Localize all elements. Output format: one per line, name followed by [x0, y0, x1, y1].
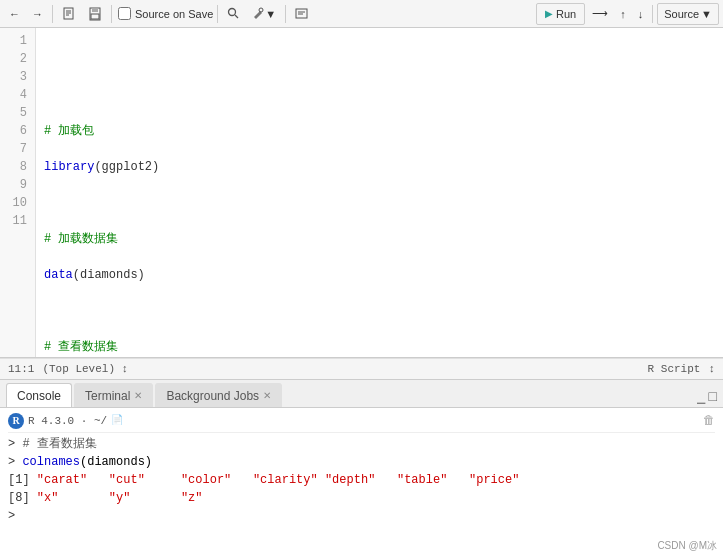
compile-button[interactable] [290, 3, 313, 25]
tab-console-label: Console [17, 389, 61, 403]
separator-2 [111, 5, 112, 23]
new-file-button[interactable] [57, 3, 81, 25]
toolbar: ← → Source on Save ▼ [0, 0, 723, 28]
prompt-2: > [8, 455, 22, 469]
run-button[interactable]: ▶ Run [536, 3, 585, 25]
result-carat: "carat" [37, 473, 87, 487]
comment-3: # 查看数据集 [44, 340, 118, 354]
comment-2: # 加载数据集 [44, 232, 118, 246]
tab-terminal-label: Terminal [85, 389, 130, 403]
console-content[interactable]: R R 4.3.0 · ~/ 📄 🗑 > # 查看数据集 > colnames(… [0, 408, 723, 557]
tools-button[interactable]: ▼ [247, 3, 281, 25]
watermark: CSDN @M冰 [657, 539, 717, 553]
console-cmd-1: colnames [22, 455, 80, 469]
separator-5 [652, 5, 653, 23]
prompt-1: > [8, 437, 22, 451]
up-button[interactable]: ↑ [615, 3, 631, 25]
result-sp8 [130, 491, 180, 505]
r-path-icon: 📄 [111, 412, 123, 430]
svg-rect-6 [91, 14, 99, 19]
svg-point-9 [259, 8, 263, 12]
back-button[interactable]: ← [4, 3, 25, 25]
source-on-save-checkbox[interactable] [118, 7, 131, 20]
tab-bg-jobs-label: Background Jobs [166, 389, 259, 403]
console-result-1: [1] [8, 473, 37, 487]
line-num: 7 [8, 140, 27, 158]
terminal-close-icon[interactable]: ✕ [134, 390, 142, 401]
console-line-5: > [8, 507, 715, 525]
svg-rect-5 [92, 8, 98, 12]
result-z: "z" [181, 491, 203, 505]
result-depth: "depth" [325, 473, 375, 487]
compile-icon [295, 7, 308, 20]
paren-1: (ggplot2) [94, 160, 159, 174]
code-line-8 [44, 302, 715, 320]
code-line-3: # 加载包 [44, 122, 715, 140]
script-type-arrow: ↕ [708, 363, 715, 375]
result-color: "color" [181, 473, 231, 487]
result-clarity: "clarity" [253, 473, 318, 487]
line-num: 4 [8, 86, 27, 104]
result-x: "x" [37, 491, 59, 505]
console-header: R R 4.3.0 · ~/ 📄 🗑 [8, 412, 715, 433]
paren-2: (diamonds) [73, 268, 145, 282]
code-editor[interactable]: # 加载包 library(ggplot2) # 加载数据集 data(diam… [36, 28, 723, 357]
find-button[interactable] [222, 3, 245, 25]
minimize-icon[interactable]: ⎯ [697, 389, 705, 405]
separator-3 [217, 5, 218, 23]
down-button[interactable]: ↓ [633, 3, 649, 25]
result-sp3 [231, 473, 253, 487]
tab-console[interactable]: Console [6, 383, 72, 407]
console-clear-icon[interactable]: 🗑 [703, 412, 715, 430]
result-price: "price" [469, 473, 519, 487]
source-dropdown-icon: ▼ [701, 8, 712, 20]
func-library: library [44, 160, 94, 174]
result-y: "y" [109, 491, 131, 505]
top-level: (Top Level) ↕ [42, 363, 128, 375]
line-num: 2 [8, 50, 27, 68]
forward-button[interactable]: → [27, 3, 48, 25]
func-data: data [44, 268, 73, 282]
source-on-save-label: Source on Save [135, 8, 213, 20]
code-line-1 [44, 50, 715, 68]
result-table: "table" [397, 473, 447, 487]
console-cmd-paren: (diamonds) [80, 455, 152, 469]
code-line-4: library(ggplot2) [44, 158, 715, 176]
r-version: R 4.3.0 · ~/ [28, 412, 107, 430]
code-line-6: # 加载数据集 [44, 230, 715, 248]
separator-4 [285, 5, 286, 23]
script-type: R Script [648, 363, 701, 375]
code-line-9: # 查看数据集 [44, 338, 715, 356]
cursor-position: 11:1 [8, 363, 34, 375]
result-sp6 [447, 473, 469, 487]
line-num: 8 [8, 158, 27, 176]
console-comment-1: # 查看数据集 [22, 437, 96, 451]
save-button[interactable] [83, 3, 107, 25]
tab-terminal[interactable]: Terminal ✕ [74, 383, 153, 407]
code-line-5 [44, 194, 715, 212]
code-line-2 [44, 86, 715, 104]
code-line-7: data(diamonds) [44, 266, 715, 284]
maximize-icon[interactable]: □ [709, 389, 717, 405]
run-play-icon: ▶ [545, 8, 553, 19]
source-button[interactable]: Source ▼ [657, 3, 719, 25]
editor-area: 1 2 3 4 5 6 7 8 9 10 11 # 加载包 library(gg… [0, 28, 723, 358]
tab-icons: ⎯ □ [697, 389, 717, 407]
status-bar: 11:1 (Top Level) ↕ R Script ↕ [0, 358, 723, 380]
console-tabs: Console Terminal ✕ Background Jobs ✕ ⎯ □ [0, 380, 723, 408]
separator-1 [52, 5, 53, 23]
line-num: 9 [8, 176, 27, 194]
re-run-button[interactable]: ⟶ [587, 3, 613, 25]
console-line-4: [8] "x" "y" "z" [8, 489, 715, 507]
result-sp5 [375, 473, 397, 487]
result-sp2 [145, 473, 181, 487]
console-line-3: [1] "carat" "cut" "color" "clarity" "dep… [8, 471, 715, 489]
tab-background-jobs[interactable]: Background Jobs ✕ [155, 383, 282, 407]
bg-jobs-close-icon[interactable]: ✕ [263, 390, 271, 401]
line-num: 5 [8, 104, 27, 122]
console-line-1: > # 查看数据集 [8, 435, 715, 453]
result-sp7 [58, 491, 108, 505]
console-line-2: > colnames(diamonds) [8, 453, 715, 471]
source-label: Source [664, 8, 699, 20]
new-file-icon [62, 7, 76, 21]
